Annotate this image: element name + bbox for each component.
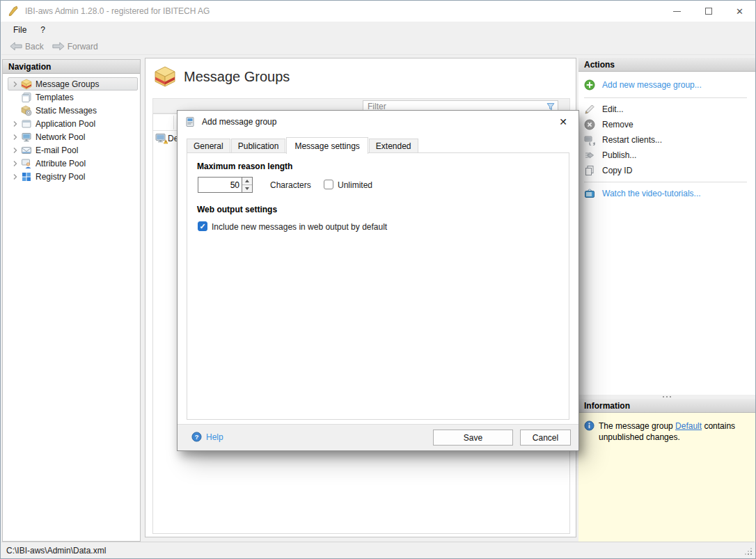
message-groups-icon	[21, 79, 32, 90]
chevron-right-icon[interactable]	[10, 132, 21, 143]
default-group-link[interactable]: Default	[675, 421, 702, 431]
close-button[interactable]: ✕	[724, 1, 755, 22]
back-label: Back	[25, 42, 44, 52]
nav-item-email-pool[interactable]: E-mail Pool	[8, 143, 138, 157]
add-plus-icon	[584, 79, 595, 90]
action-label: Watch the video-tutorials...	[602, 189, 701, 198]
network-pool-icon	[21, 132, 32, 143]
action-watch-video-tutorials[interactable]: Watch the video-tutorials...	[578, 186, 755, 201]
cancel-button[interactable]: Cancel	[520, 430, 571, 446]
close-icon: ✕	[559, 116, 567, 127]
information-header: Information	[578, 399, 755, 413]
action-remove[interactable]: Remove	[578, 117, 755, 132]
registry-pool-icon	[21, 171, 32, 182]
nav-item-label: Attribute Pool	[36, 159, 86, 168]
help-label: Help	[206, 432, 223, 442]
tab-publication[interactable]: Publication	[231, 139, 286, 153]
templates-icon	[21, 92, 32, 103]
email-pool-icon	[21, 145, 32, 156]
chevron-right-icon[interactable]	[10, 118, 21, 129]
maximize-icon	[705, 8, 712, 15]
nav-item-application-pool[interactable]: Application Pool	[8, 117, 138, 130]
message-groups-header-icon	[154, 65, 176, 88]
action-publish[interactable]: Publish...	[578, 148, 755, 163]
action-edit[interactable]: Edit...	[578, 102, 755, 117]
nav-item-network-pool[interactable]: Network Pool	[8, 130, 138, 143]
include-web-output-checkbox[interactable]	[198, 221, 207, 231]
chevron-right-icon[interactable]	[10, 145, 21, 156]
tab-extended[interactable]: Extended	[369, 139, 418, 153]
nav-item-templates[interactable]: Templates	[8, 90, 138, 104]
help-link[interactable]: ? Help	[191, 432, 223, 442]
attribute-pool-icon	[21, 158, 32, 169]
separator	[584, 182, 747, 182]
restart-clients-icon	[584, 134, 595, 145]
page-title: Message Groups	[184, 69, 290, 85]
window-title: IBI-aws Admin 1.28.0 - registered for IB…	[25, 6, 210, 16]
tv-icon	[584, 188, 595, 199]
chevron-right-icon[interactable]	[10, 79, 21, 90]
status-bar: C:\IBI-aws\Admin\Data.xml	[1, 542, 755, 558]
app-icon	[7, 5, 19, 17]
max-reason-spinner[interactable]: 50	[198, 177, 253, 193]
data-file-path: C:\IBI-aws\Admin\Data.xml	[6, 546, 106, 556]
max-reason-value[interactable]: 50	[198, 178, 242, 192]
information-text: The message group Default contains unpub…	[599, 420, 746, 443]
nav-item-label: E-mail Pool	[36, 145, 78, 155]
message-group-warning-icon	[155, 132, 168, 144]
dialog-form-icon	[184, 116, 196, 127]
maximize-button[interactable]	[693, 1, 724, 22]
spinner-down-button[interactable]	[242, 185, 252, 192]
back-button[interactable]: Back	[6, 40, 48, 53]
action-restart-clients[interactable]: Restart clients...	[578, 132, 755, 148]
help-icon: ?	[191, 432, 202, 442]
unlimited-checkbox[interactable]	[324, 180, 333, 189]
nav-item-registry-pool[interactable]: Registry Pool	[8, 170, 138, 183]
nav-item-message-groups[interactable]: Message Groups	[8, 77, 138, 90]
action-label: Edit...	[602, 104, 624, 114]
edit-pencil-icon	[584, 104, 595, 115]
action-label: Remove	[602, 120, 633, 129]
characters-label: Characters	[270, 180, 311, 190]
chevron-right-icon[interactable]	[10, 158, 21, 169]
action-label: Publish...	[602, 150, 636, 160]
close-icon: ✕	[736, 7, 743, 16]
title-bar: IBI-aws Admin 1.28.0 - registered for IB…	[1, 1, 755, 22]
dialog-tabs: General Publication Message settings Ext…	[187, 136, 419, 153]
navigation-panel: Navigation Message Groups Templates Stat…	[2, 59, 141, 542]
nav-item-label: Templates	[36, 93, 74, 102]
actions-panel: Actions Add new message group... Edit...…	[578, 58, 755, 395]
action-label: Add new message group...	[602, 80, 702, 90]
resize-grip-icon[interactable]	[750, 553, 752, 555]
nav-item-label: Message Groups	[36, 79, 99, 89]
tab-general[interactable]: General	[187, 139, 230, 153]
forward-arrow-icon	[52, 42, 65, 51]
action-copy-id[interactable]: Copy ID	[578, 163, 755, 178]
dialog-close-button[interactable]: ✕	[552, 113, 574, 130]
chevron-right-icon[interactable]	[10, 171, 21, 182]
dialog-title: Add message group	[202, 117, 276, 127]
toolbar: Back Forward	[1, 38, 755, 55]
menu-bar: File ?	[1, 22, 755, 38]
minimize-button[interactable]	[661, 1, 693, 22]
action-add-new-message-group[interactable]: Add new message group...	[578, 76, 755, 94]
menu-file[interactable]: File	[6, 23, 33, 37]
spinner-up-button[interactable]	[242, 178, 252, 185]
main-header: Message Groups	[154, 65, 290, 88]
save-button[interactable]: Save	[433, 430, 513, 446]
web-output-heading: Web output settings	[197, 205, 277, 214]
app-window: IBI-aws Admin 1.28.0 - registered for IB…	[0, 0, 756, 559]
unlimited-label[interactable]: Unlimited	[338, 180, 372, 190]
information-body: The message group Default contains unpub…	[578, 413, 755, 443]
menu-help[interactable]: ?	[33, 23, 52, 37]
nav-item-label: Static Messages	[36, 106, 97, 116]
tab-message-settings[interactable]: Message settings	[286, 137, 368, 154]
minimize-icon	[673, 11, 681, 12]
forward-button[interactable]: Forward	[48, 40, 102, 53]
forward-label: Forward	[68, 42, 98, 52]
publish-icon	[584, 150, 595, 161]
nav-item-attribute-pool[interactable]: Attribute Pool	[8, 157, 138, 170]
back-arrow-icon	[10, 42, 22, 51]
nav-item-static-messages[interactable]: Static Messages	[8, 104, 138, 117]
include-web-output-label[interactable]: Include new messages in web output by de…	[212, 222, 387, 232]
